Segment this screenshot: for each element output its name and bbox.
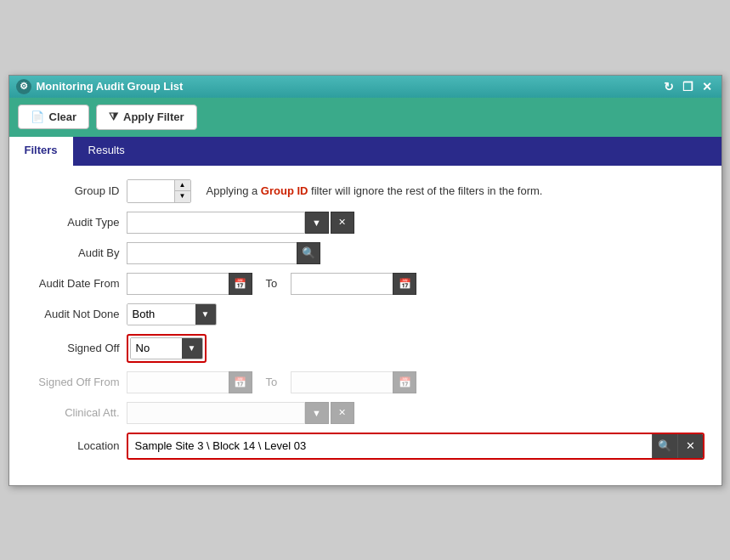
audit-date-to-input[interactable] — [291, 273, 393, 295]
audit-by-wrap: 🔍 — [127, 242, 320, 264]
audit-by-search-btn[interactable]: 🔍 — [297, 242, 320, 264]
clinical-att-input — [127, 402, 305, 424]
signed-off-to-input — [291, 371, 393, 393]
title-bar: ⚙ Monitoring Audit Group List ↻ ❐ ✕ — [9, 76, 722, 98]
audit-date-from-cal-btn[interactable]: 📅 — [229, 273, 252, 295]
location-clear-btn[interactable]: ✕ — [677, 434, 703, 458]
group-id-input-wrap: ▲ ▼ — [127, 179, 191, 203]
refresh-icon[interactable]: ↻ — [661, 80, 676, 93]
audit-date-row: Audit Date From 📅 To 📅 — [26, 273, 705, 295]
audit-type-clear-btn[interactable]: ✕ — [331, 212, 354, 234]
signed-off-to-cal-btn: 📅 — [393, 371, 416, 393]
group-id-info-prefix: Applying a — [207, 184, 261, 197]
audit-not-done-select-wrap: Both Yes No ▼ — [127, 303, 217, 325]
clinical-att-dropdown-btn: ▼ — [305, 402, 329, 424]
apply-filter-button[interactable]: ⧩ Apply Filter — [96, 105, 197, 130]
filters-content: Group ID ▲ ▼ Applying a Group ID filter … — [9, 166, 722, 485]
tab-filters[interactable]: Filters — [9, 137, 73, 166]
clear-label: Clear — [49, 110, 77, 123]
clinical-att-row: Clinical Att. ▼ ✕ — [26, 402, 705, 424]
audit-date-to-label: To — [259, 277, 285, 290]
audit-by-label: Audit By — [26, 246, 120, 259]
audit-type-input[interactable] — [127, 212, 305, 234]
location-input[interactable] — [128, 434, 652, 458]
location-search-btn[interactable]: 🔍 — [652, 434, 677, 458]
audit-type-label: Audit Type — [26, 216, 120, 229]
clinical-att-clear-btn: ✕ — [331, 402, 354, 424]
audit-type-row: Audit Type ▼ ✕ — [26, 212, 705, 234]
signed-off-from-input — [127, 371, 229, 393]
filter-icon: ⧩ — [109, 110, 118, 124]
group-id-label: Group ID — [26, 184, 120, 197]
signed-off-arrow[interactable]: ▼ — [182, 337, 202, 359]
app-icon: ⚙ — [16, 79, 31, 94]
signed-off-label: Signed Off — [26, 342, 120, 354]
location-wrap: 🔍 ✕ — [127, 433, 705, 460]
audit-not-done-arrow[interactable]: ▼ — [195, 303, 216, 325]
window-controls: ↻ ❐ ✕ — [661, 80, 715, 93]
tabs-bar: Filters Results — [9, 137, 722, 166]
location-label: Location — [26, 439, 120, 452]
signed-off-from-row: Signed Off From 📅 To 📅 — [26, 371, 705, 393]
tab-results[interactable]: Results — [73, 137, 140, 166]
audit-by-input[interactable] — [127, 242, 297, 264]
clinical-att-label: Clinical Att. — [26, 406, 120, 419]
group-id-highlight: Group ID — [261, 184, 308, 197]
audit-type-dropdown-btn[interactable]: ▼ — [305, 212, 329, 234]
main-window: ⚙ Monitoring Audit Group List ↻ ❐ ✕ 📄 Cl… — [8, 75, 722, 486]
file-icon: 📄 — [31, 110, 44, 123]
signed-off-select-inner: No Yes Both ▼ — [130, 337, 203, 359]
signed-off-select[interactable]: No Yes Both — [131, 338, 182, 359]
group-id-down-btn[interactable]: ▼ — [175, 191, 190, 202]
close-icon[interactable]: ✕ — [699, 80, 715, 93]
location-row: Location 🔍 ✕ — [26, 433, 705, 460]
signed-off-from-label: Signed Off From — [26, 376, 120, 388]
audit-date-to-cal-btn[interactable]: 📅 — [393, 273, 416, 295]
signed-off-wrap: No Yes Both ▼ — [127, 334, 207, 363]
audit-date-from-input[interactable] — [127, 273, 229, 295]
audit-by-row: Audit By 🔍 — [26, 242, 705, 264]
audit-type-wrap: ▼ ✕ — [127, 212, 354, 234]
signed-off-row: Signed Off No Yes Both ▼ — [26, 334, 705, 363]
group-id-up-btn[interactable]: ▲ — [175, 180, 190, 191]
toolbar: 📄 Clear ⧩ Apply Filter — [9, 98, 722, 137]
signed-off-from-wrap: 📅 — [127, 371, 252, 393]
audit-date-to-wrap: 📅 — [291, 273, 416, 295]
audit-not-done-select[interactable]: Both Yes No — [127, 304, 195, 325]
restore-icon[interactable]: ❐ — [680, 80, 696, 93]
group-id-info: Applying a Group ID filter will ignore t… — [207, 184, 543, 197]
window-title: Monitoring Audit Group List — [37, 80, 656, 93]
audit-date-from-label: Audit Date From — [26, 277, 120, 290]
signed-off-to-label: To — [259, 376, 285, 388]
audit-not-done-label: Audit Not Done — [26, 308, 120, 320]
signed-off-from-cal-btn: 📅 — [229, 371, 252, 393]
clinical-att-wrap: ▼ ✕ — [127, 402, 354, 424]
group-id-input[interactable] — [127, 180, 174, 202]
group-id-info-suffix: filter will ignore the rest of the filte… — [308, 184, 542, 197]
signed-off-to-wrap: 📅 — [291, 371, 416, 393]
group-id-row: Group ID ▲ ▼ Applying a Group ID filter … — [26, 179, 705, 203]
audit-date-from-wrap: 📅 — [127, 273, 252, 295]
apply-filter-label: Apply Filter — [123, 110, 184, 123]
clear-button[interactable]: 📄 Clear — [18, 105, 90, 129]
audit-not-done-row: Audit Not Done Both Yes No ▼ — [26, 303, 705, 325]
